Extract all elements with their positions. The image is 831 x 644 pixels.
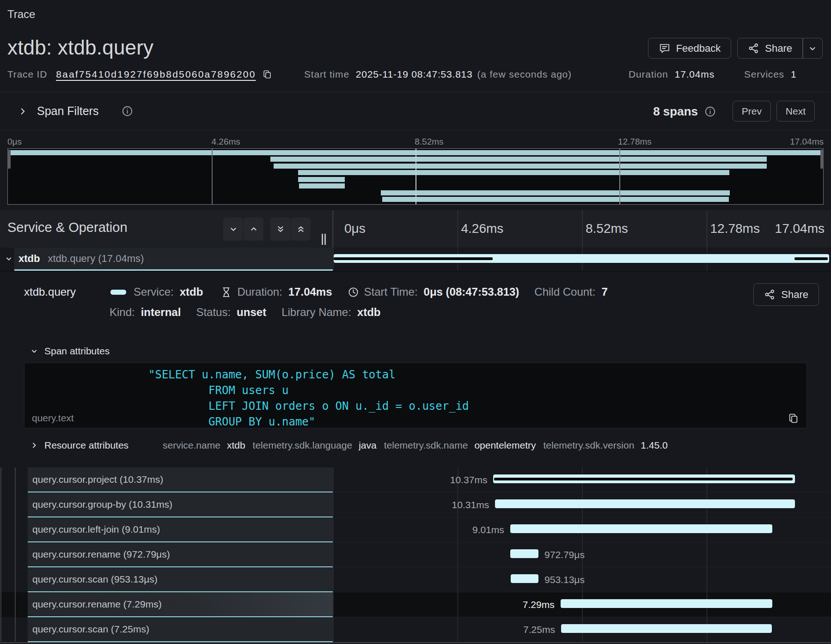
- start-time-label: Start Time:: [364, 286, 418, 298]
- prev-span-button[interactable]: Prev: [733, 101, 771, 122]
- copy-attribute-icon[interactable]: [788, 413, 799, 424]
- span-track[interactable]: 7.29ms: [333, 592, 831, 617]
- share-split-button: Share: [737, 38, 823, 59]
- start-time-value: 2025-11-19 08:47:53.813: [356, 69, 473, 80]
- next-span-button[interactable]: Next: [776, 101, 815, 122]
- span-detail-header: xtdb.query Service: xtdb Duration: 17.04…: [24, 286, 739, 298]
- critical-path-strip: [334, 257, 493, 260]
- span-name-cell[interactable]: query.cursor.rename (972.79μs): [28, 542, 333, 567]
- span-bar[interactable]: [561, 624, 772, 633]
- minimap-axis: 0μs 4.26ms 8.52ms 12.78ms 17.04ms: [7, 137, 824, 148]
- resource-attr-value: 1.45.0: [641, 440, 667, 451]
- header-actions: Feedback Share: [648, 38, 823, 59]
- chevron-right-icon[interactable]: [18, 106, 28, 118]
- span-row[interactable]: query.cursor.scan (953.13μs) 953.13μs: [0, 567, 831, 592]
- span-rows: query.cursor.project (10.37ms) 10.37ms q…: [0, 468, 831, 642]
- copy-trace-id-icon[interactable]: [262, 69, 272, 79]
- share-menu-button[interactable]: [803, 38, 823, 59]
- minimap-right-handle[interactable]: [820, 150, 824, 169]
- span-name-cell[interactable]: query.cursor.scan (953.13μs): [28, 567, 333, 592]
- collapse-all-button[interactable]: [291, 218, 311, 241]
- row-indent: [0, 567, 28, 592]
- column-resize-handle[interactable]: [321, 234, 327, 245]
- span-row[interactable]: query.cursor.project (10.37ms) 10.37ms: [0, 468, 831, 492]
- child-count-value: 7: [601, 286, 607, 298]
- span-name-cell[interactable]: query.cursor.project (10.37ms): [28, 468, 333, 492]
- services-count: 1: [791, 69, 796, 80]
- clock-icon: [348, 286, 359, 298]
- timeline-tick: 4.26ms: [461, 221, 504, 236]
- span-filters-title[interactable]: Span Filters: [37, 104, 98, 118]
- collapse-one-level-button[interactable]: [244, 218, 263, 241]
- span-name-cell[interactable]: query.cursor.scan (7.25ms): [28, 617, 333, 642]
- collapse-children-icon[interactable]: [4, 254, 13, 263]
- span-detail-subheader: Kind: internal Status: unset Library Nam…: [110, 306, 381, 319]
- span-name-label: query.cursor.rename (7.29ms): [32, 599, 162, 610]
- trace-minimap[interactable]: [7, 148, 824, 205]
- trace-id-value[interactable]: 8aaf75410d1927f69b8d5060a7896200: [56, 69, 256, 80]
- share-button[interactable]: Share: [737, 38, 803, 59]
- row-indent: [0, 492, 28, 517]
- span-attributes-toggle[interactable]: Span attributes: [30, 346, 110, 357]
- timeline-tick: 8.52ms: [586, 221, 628, 236]
- span-name-label: query.cursor.left-join (9.01ms): [32, 524, 160, 535]
- chevron-right-icon: [30, 441, 39, 450]
- span-row[interactable]: query.cursor.rename (972.79μs) 972.79μs: [0, 542, 831, 567]
- expand-all-button[interactable]: [270, 218, 290, 241]
- start-time-group: Start time 2025-11-19 08:47:53.813 (a fe…: [304, 69, 572, 80]
- span-duration-label: 9.01ms: [472, 524, 504, 535]
- span-bar[interactable]: [561, 599, 773, 608]
- span-bar[interactable]: [493, 474, 794, 483]
- span-name-cell[interactable]: query.cursor.left-join (9.01ms): [28, 517, 333, 542]
- span-row[interactable]: query.cursor.rename (7.29ms) 7.29ms: [0, 592, 831, 617]
- resource-attr-key: telemetry.sdk.name: [384, 440, 468, 451]
- kind-label: Kind:: [110, 306, 135, 319]
- attribute-key: query.text: [32, 413, 74, 424]
- span-track[interactable]: 10.31ms: [333, 492, 831, 517]
- child-count-label: Child Count:: [534, 286, 595, 298]
- span-track[interactable]: 7.25ms: [333, 617, 831, 642]
- minimap-gridline: [619, 149, 620, 204]
- feedback-icon: [659, 43, 671, 55]
- span-count-info-icon[interactable]: [704, 105, 716, 118]
- span-track[interactable]: [333, 248, 831, 271]
- minimap-span-bar: [274, 164, 767, 169]
- critical-path-strip: [794, 257, 828, 260]
- divider: [0, 130, 831, 130]
- span-bar[interactable]: [495, 499, 795, 508]
- span-name-cell[interactable]: query.cursor.rename (7.29ms): [28, 592, 333, 617]
- span-name-label: query.cursor.project (10.37ms): [32, 474, 163, 485]
- name-column-header: Service & Operation: [0, 210, 333, 248]
- span-duration-label: 7.29ms: [523, 599, 555, 610]
- span-name-cell[interactable]: query.cursor.group-by (10.31ms): [28, 492, 333, 517]
- span-row[interactable]: query.cursor.left-join (9.01ms) 9.01ms: [0, 517, 831, 542]
- span-bar[interactable]: [510, 549, 538, 558]
- span-bar[interactable]: [334, 254, 829, 263]
- resource-attr-value: opentelemetry: [474, 440, 536, 451]
- feedback-button[interactable]: Feedback: [648, 38, 732, 59]
- start-time-value: 0μs (08:47:53.813): [424, 286, 519, 298]
- share-icon: [748, 43, 759, 54]
- expand-one-level-button[interactable]: [223, 218, 243, 241]
- share-span-button[interactable]: Share: [753, 283, 819, 306]
- minimap-tick: 17.04ms: [790, 137, 824, 147]
- trace-id-label: Trace ID: [7, 69, 47, 80]
- span-row[interactable]: query.cursor.scan (7.25ms) 7.25ms: [0, 617, 831, 642]
- span-track[interactable]: 953.13μs: [333, 567, 831, 592]
- span-track[interactable]: 972.79μs: [333, 542, 831, 567]
- share-icon: [764, 289, 776, 300]
- row-indent: [0, 517, 28, 542]
- span-row[interactable]: query.cursor.group-by (10.31ms) 10.31ms: [0, 492, 831, 517]
- span-name-cell[interactable]: xtdb xtdb.query (17.04ms): [14, 248, 333, 271]
- span-track[interactable]: 10.37ms: [333, 468, 831, 492]
- row-indent: [0, 542, 28, 567]
- minimap-left-handle[interactable]: [7, 150, 11, 169]
- minimap-span-bar: [381, 190, 730, 195]
- timeline-header: Service & Operation 0μs 4.26ms 8.52ms 12…: [0, 210, 831, 248]
- span-filters-info-icon[interactable]: [121, 105, 134, 117]
- span-bar[interactable]: [511, 574, 538, 583]
- resource-attributes-toggle[interactable]: Resource attributes: [30, 440, 128, 451]
- span-track[interactable]: 9.01ms: [333, 517, 831, 542]
- span-bar[interactable]: [510, 524, 772, 533]
- span-row-root[interactable]: xtdb xtdb.query (17.04ms): [0, 248, 831, 271]
